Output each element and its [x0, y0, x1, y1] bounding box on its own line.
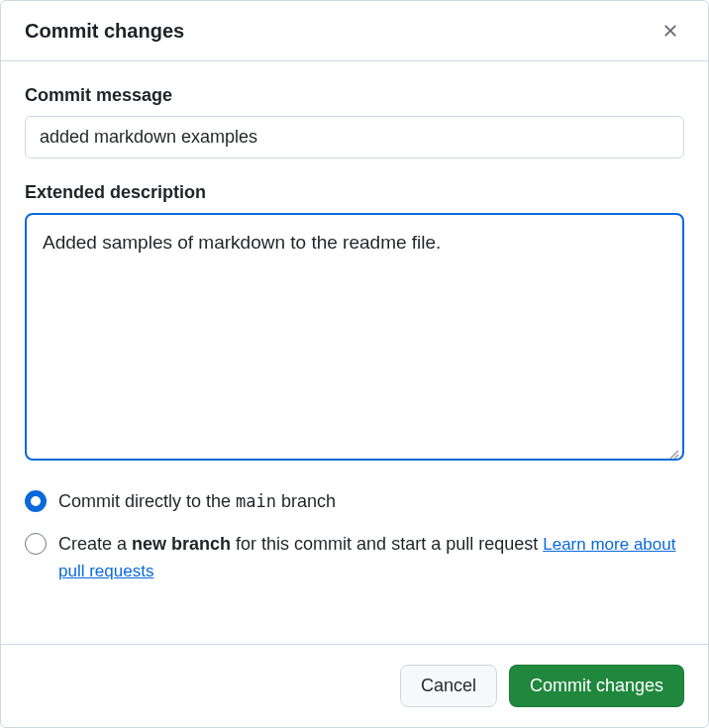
radio-commit-direct-indicator	[25, 490, 47, 512]
dialog-footer: Cancel Commit changes	[1, 644, 708, 727]
dialog-title: Commit changes	[25, 20, 184, 43]
radio-new-branch-label: Create a new branch for this commit and …	[58, 531, 684, 584]
radio-commit-direct[interactable]: Commit directly to the main branch	[25, 488, 684, 515]
extended-description-field-group: Extended description	[25, 182, 684, 465]
close-button[interactable]	[657, 17, 684, 45]
dialog-header: Commit changes	[1, 1, 708, 61]
commit-changes-button[interactable]: Commit changes	[509, 665, 684, 707]
close-icon	[660, 21, 680, 41]
dialog-body: Commit message Extended description Comm…	[1, 61, 708, 644]
extended-description-label: Extended description	[25, 182, 684, 203]
extended-description-textarea[interactable]	[25, 213, 684, 461]
commit-message-input[interactable]	[25, 116, 684, 158]
radio-commit-direct-label: Commit directly to the main branch	[58, 488, 336, 515]
commit-message-label: Commit message	[25, 85, 684, 106]
radio-new-branch-indicator	[25, 533, 47, 555]
cancel-button[interactable]: Cancel	[400, 665, 497, 707]
commit-changes-dialog: Commit changes Commit message Extended d…	[0, 0, 709, 728]
commit-message-field-group: Commit message	[25, 85, 684, 158]
branch-name: main	[236, 491, 276, 511]
radio-new-branch[interactable]: Create a new branch for this commit and …	[25, 531, 684, 584]
commit-target-radio-group: Commit directly to the main branch Creat…	[25, 488, 684, 584]
